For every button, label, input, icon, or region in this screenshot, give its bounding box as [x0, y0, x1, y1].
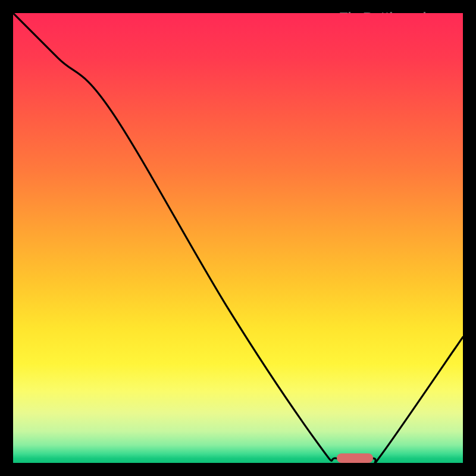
plot-area: [13, 13, 463, 463]
chart-frame: TheBottleneck.com: [11, 11, 465, 465]
bottleneck-line: [13, 13, 463, 463]
optimal-range-marker: [337, 453, 372, 463]
